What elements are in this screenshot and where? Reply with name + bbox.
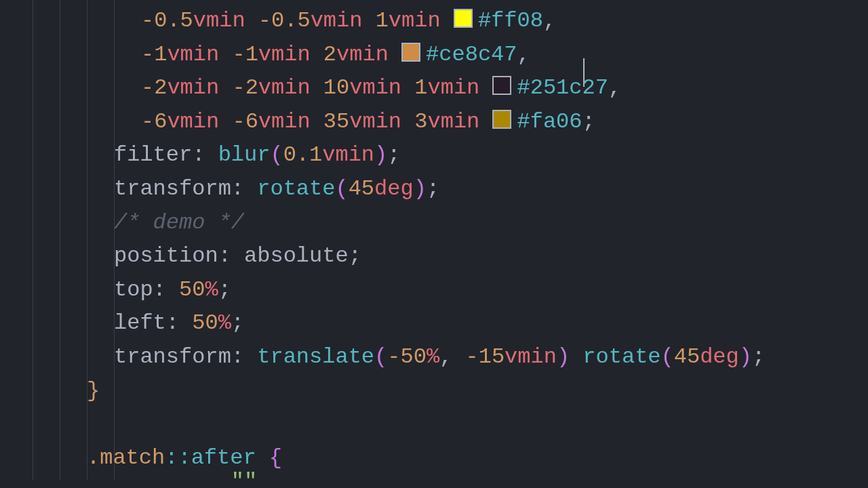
unit: vmin [427,109,479,134]
number: 45 [674,344,700,369]
punct: ; [218,277,231,302]
unit: vmin [193,8,245,33]
property: transform [114,344,231,369]
number: 1 [414,75,427,100]
color-swatch-icon[interactable] [454,9,473,28]
number: -1 [141,42,167,67]
unit: deg [700,344,739,369]
number: -0.5 [258,8,311,33]
code-line[interactable]: left: 50%; [0,306,868,340]
paren: ( [661,344,674,369]
number: -2 [141,75,167,100]
paren: ( [270,142,283,167]
unit: vmin [505,344,557,369]
code-line[interactable] [0,407,868,441]
function: translate [257,344,374,369]
color-swatch-icon[interactable] [492,76,511,95]
number: -2 [232,75,258,100]
number: -6 [141,109,167,134]
unit: vmin [349,75,401,100]
code-line[interactable]: position: absolute; [0,239,868,273]
number: 10 [323,75,349,100]
code-line[interactable]: transform: translate(-50%, -15vmin) rota… [0,340,868,374]
colon: : [166,310,192,336]
number: -0.5 [141,8,193,33]
hex-color: #ce8c47 [426,42,517,67]
unit: % [427,344,439,369]
paren: ) [557,344,570,369]
code-editor[interactable]: -0.5vmin -0.5vmin 1vmin #ff08, -1vmin -1… [0,0,868,480]
hex-color: #ff08 [478,8,543,33]
punct: ; [231,310,244,336]
punct: ; [427,176,439,201]
paren: ) [374,142,387,167]
paren: ( [335,176,348,201]
number: 45 [349,176,374,201]
property: position [114,243,218,268]
paren: ) [739,344,752,369]
brace: } [87,378,100,403]
punct: ; [387,142,400,167]
code-line[interactable]: filter: blur(0.1vmin); [0,138,868,172]
function: rotate [583,344,660,369]
colon: : [231,176,257,201]
brace: { [269,445,282,470]
unit: vmin [258,42,311,67]
unit: vmin [349,109,401,134]
property: filter [114,142,192,167]
number: -6 [232,109,258,134]
code-line[interactable]: } [0,374,868,408]
property: left [114,310,166,336]
unit: vmin [322,142,374,167]
unit: vmin [311,8,363,33]
unit: deg [374,176,414,201]
unit: vmin [258,109,311,134]
property: top [114,277,153,302]
number: 50 [192,310,218,336]
number: -15 [465,344,505,369]
punct: , [608,75,621,100]
paren: ( [374,344,387,369]
number: -50 [387,344,427,369]
code-line[interactable]: -1vmin -1vmin 2vmin #ce8c47, [0,38,868,72]
paren: ) [414,176,427,201]
value: absolute [244,243,349,268]
code-line[interactable]: -6vmin -6vmin 35vmin 3vmin #fa06; [0,105,868,139]
code-line[interactable]: -2vmin -2vmin 10vmin 1vmin #251c27, [0,71,868,105]
number: 35 [323,109,349,134]
unit: vmin [336,42,389,67]
code-line[interactable]: -0.5vmin -0.5vmin 1vmin #ff08, [0,4,868,38]
code-line[interactable]: content: "" [0,465,868,480]
unit: % [218,310,231,336]
colon: : [192,142,218,167]
hex-color: #fa06 [517,109,582,134]
color-swatch-icon[interactable] [401,43,420,62]
colon: : [218,243,244,268]
number: 0.1 [283,142,323,167]
function: rotate [257,176,335,201]
unit: vmin [167,75,219,100]
punct: , [517,42,530,67]
unit: vmin [389,8,441,33]
number: 50 [179,277,205,302]
code-line[interactable]: /* demo */ [0,206,868,240]
unit: vmin [258,75,311,100]
number: 2 [323,42,336,67]
unit: vmin [427,75,479,100]
number: -1 [232,42,258,67]
code-line[interactable]: transform: rotate(45deg); [0,172,868,206]
comma: , [439,344,465,369]
punct: , [543,8,556,33]
function: blur [218,142,271,167]
colon: : [231,344,257,369]
comment: /* demo */ [114,210,244,235]
unit: vmin [167,42,219,67]
code-block[interactable]: -0.5vmin -0.5vmin 1vmin #ff08, -1vmin -1… [0,4,868,480]
code-line[interactable]: top: 50%; [0,273,868,307]
punct: ; [349,243,361,268]
color-swatch-icon[interactable] [492,110,511,129]
property: transform [114,176,231,201]
number: 3 [414,109,427,134]
punct: ; [583,109,595,134]
string: "" [231,469,257,480]
